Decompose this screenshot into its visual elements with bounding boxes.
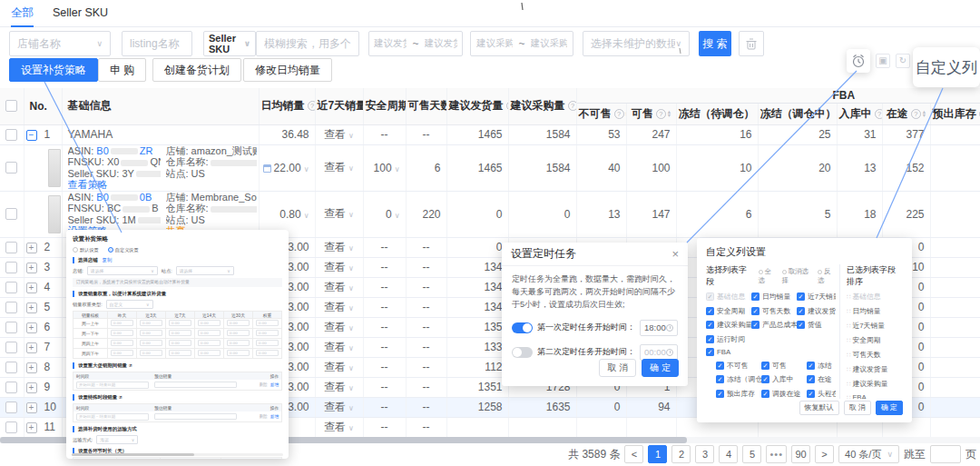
help-icon[interactable]: ?: [614, 109, 624, 119]
col-frozen-move[interactable]: 冻结（调仓中）?▴▾: [758, 103, 837, 124]
col-suggest-ship[interactable]: 建议发货量?▴▾: [446, 88, 508, 124]
weight-input[interactable]: 0.00: [227, 350, 250, 356]
field-checkbox-item[interactable]: ✓建议发货量: [797, 306, 836, 316]
set-replenish-strategy-button[interactable]: 设置补货策略: [9, 58, 98, 82]
asin-value[interactable]: B00B: [96, 192, 152, 203]
row-checkbox[interactable]: [5, 402, 17, 413]
columns-confirm-button[interactable]: 确 定: [876, 401, 903, 415]
help-icon[interactable]: ?: [911, 109, 921, 119]
expand-row-icon[interactable]: +: [26, 402, 37, 413]
expand-row-icon[interactable]: +: [26, 322, 37, 333]
row-checkbox[interactable]: [5, 421, 17, 433]
second-task-toggle[interactable]: [512, 347, 533, 358]
promo-sales-input[interactable]: [154, 382, 237, 388]
expand-row-icon[interactable]: +: [26, 362, 37, 373]
view-sales-link[interactable]: 查看∨: [324, 128, 354, 141]
safety-period-editor[interactable]: 0∨: [386, 208, 400, 221]
radio-default[interactable]: 默认设置: [73, 247, 99, 253]
suggest-purchase-range-input[interactable]: 建议采购量 ~ 建议采购量: [470, 31, 573, 56]
drag-handle-icon[interactable]: ∷: [847, 322, 849, 330]
weight-input[interactable]: 0.00: [227, 340, 250, 346]
view-sales-link[interactable]: 查看∨: [324, 161, 354, 174]
expand-row-icon[interactable]: +: [26, 263, 37, 273]
row-checkbox[interactable]: [5, 342, 17, 353]
field-checkbox-item[interactable]: ✓不可售: [716, 361, 761, 371]
drag-handle-icon[interactable]: ∷: [847, 308, 849, 315]
first-task-time-input[interactable]: 18:00: [640, 320, 678, 336]
field-checkbox-item[interactable]: ✓头程在途: [807, 389, 836, 399]
weight-input[interactable]: 0.00: [140, 340, 162, 346]
expand-row-icon[interactable]: +: [26, 342, 37, 353]
safety-period-editor[interactable]: 100∨: [374, 162, 400, 174]
popup-scrollbar[interactable]: [72, 453, 283, 456]
sorted-field-item[interactable]: ∷安全周期: [847, 335, 903, 345]
create-stock-plan-button[interactable]: 创建备货计划: [152, 58, 241, 82]
page-size-select[interactable]: 40 条/页∨: [838, 445, 899, 463]
weight-input[interactable]: 0.00: [111, 320, 133, 326]
col-frozen-wait[interactable]: 冻结（待调仓）?▴▾: [676, 103, 758, 124]
seller-sku-type-select[interactable]: Seller SKU ∨: [203, 31, 256, 56]
delete-link[interactable]: 删除: [260, 414, 268, 419]
help-icon[interactable]: ?: [656, 109, 666, 119]
collapse-row-icon[interactable]: −: [26, 130, 37, 141]
field-checkbox-item[interactable]: ✓冻结（调仓中）: [716, 374, 761, 384]
page-ellipsis[interactable]: •••: [766, 445, 787, 463]
prev-page-button[interactable]: <: [624, 445, 643, 463]
popup-site-select[interactable]: 请选择∨: [176, 266, 234, 275]
weight-input[interactable]: 0.00: [169, 320, 191, 326]
field-checkbox-item[interactable]: ✓在途: [807, 374, 836, 384]
col-unsellable[interactable]: 不可售?▴▾: [576, 103, 626, 124]
page-button[interactable]: 3: [695, 445, 714, 463]
weight-input[interactable]: 0.00: [111, 350, 133, 356]
select-all-checkbox[interactable]: [5, 100, 17, 112]
daily-sales-editor[interactable]: 22.00∨: [263, 162, 309, 174]
sorted-field-item[interactable]: ∷建议采购量: [847, 379, 903, 389]
page-button[interactable]: 2: [671, 445, 691, 463]
customize-columns-button[interactable]: 自定义列: [913, 47, 980, 87]
weight-input[interactable]: 0.00: [198, 340, 220, 346]
col-sellable[interactable]: 可售?▴▾: [626, 103, 676, 124]
field-checkbox-item[interactable]: ✓产品总成本: [751, 320, 797, 330]
unmaintained-data-select[interactable]: 选择未维护的数据 ∨: [583, 31, 690, 56]
strategy-link[interactable]: 查看策略: [68, 179, 108, 191]
weight-input[interactable]: 0.00: [198, 350, 220, 356]
drag-handle-icon[interactable]: ∷: [847, 352, 849, 359]
view-sales-link[interactable]: 查看∨: [324, 361, 354, 373]
first-task-toggle[interactable]: [512, 322, 533, 333]
sorted-field-item[interactable]: ∷日均销量: [847, 306, 903, 316]
restore-default-button[interactable]: 恢复默认: [799, 401, 839, 415]
view-sales-link[interactable]: 查看∨: [324, 421, 354, 433]
tab-all[interactable]: 全部: [11, 0, 34, 27]
refresh-button[interactable]: ↻: [896, 54, 910, 68]
sorted-field-item[interactable]: ∷可售天数: [847, 350, 903, 360]
weight-input[interactable]: 0.00: [198, 320, 220, 326]
timer-task-button[interactable]: [847, 49, 870, 73]
sorted-field-item[interactable]: ∷近7天销量: [847, 321, 903, 331]
weight-input[interactable]: 0.00: [169, 350, 191, 356]
view-sales-link[interactable]: 查看∨: [324, 241, 354, 253]
popup-shop-select[interactable]: 请选择∨: [87, 266, 158, 275]
sort-icon[interactable]: ▴▾: [923, 110, 926, 118]
next-page-button[interactable]: >: [815, 445, 834, 463]
field-checkbox-item[interactable]: ✓可售: [761, 361, 807, 371]
sorted-field-item[interactable]: ∷FBA: [847, 393, 903, 399]
field-checkbox-item[interactable]: ✓运行时间: [706, 334, 836, 344]
field-checkbox-item[interactable]: ✓FBA: [706, 348, 836, 356]
drag-handle-icon[interactable]: ∷: [847, 293, 849, 301]
view-sales-link[interactable]: 查看∨: [324, 401, 354, 413]
expand-row-icon[interactable]: +: [26, 243, 37, 253]
weight-input[interactable]: 0.00: [111, 330, 133, 336]
help-icon[interactable]: ?: [875, 109, 883, 119]
drag-handle-icon[interactable]: ∷: [847, 337, 849, 344]
weight-input[interactable]: 0.00: [256, 330, 279, 336]
view-sales-link[interactable]: 查看∨: [324, 341, 354, 353]
weight-input[interactable]: 0.00: [169, 340, 191, 346]
modify-daily-sales-button[interactable]: 修改日均销量: [243, 58, 332, 82]
clear-filters-button[interactable]: [739, 31, 764, 56]
weight-input[interactable]: 0.00: [256, 320, 279, 326]
view-sales-link[interactable]: 查看∨: [324, 207, 354, 220]
weight-input[interactable]: 0.00: [256, 350, 279, 356]
row-checkbox[interactable]: [5, 302, 17, 313]
date-range-input[interactable]: 开始日期 ~ 结束日期: [76, 382, 149, 389]
field-checkbox-item[interactable]: ✓冻结（待调仓）: [807, 361, 836, 371]
